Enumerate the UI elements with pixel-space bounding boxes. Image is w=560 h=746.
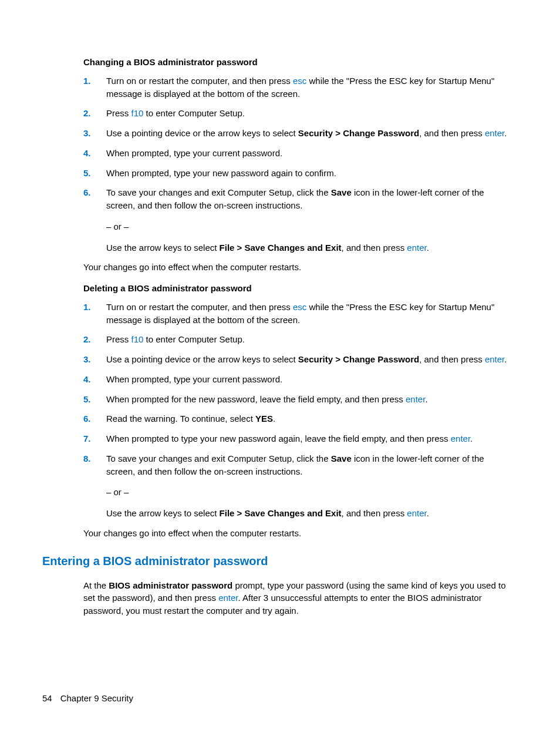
step-item: To save your changes and exit Computer S… [83, 186, 512, 254]
step-item: Turn on or restart the computer, and the… [83, 301, 512, 327]
steps-deleting: Turn on or restart the computer, and the… [83, 301, 512, 520]
step-item: When prompted for the new password, leav… [83, 393, 512, 406]
page-number: 54 [42, 693, 52, 703]
key-enter: enter [485, 128, 504, 138]
key-enter: enter [406, 394, 425, 404]
step-item: Press f10 to enter Computer Setup. [83, 333, 512, 346]
key-enter: enter [218, 593, 238, 603]
alt-instruction: Use the arrow keys to select File > Save… [106, 241, 512, 254]
key-f10: f10 [131, 334, 144, 344]
steps-changing: Turn on or restart the computer, and the… [83, 75, 512, 254]
subheading-changing: Changing a BIOS administrator password [83, 56, 512, 69]
or-separator: – or – [106, 220, 512, 233]
page-footer: 54Chapter 9 Security [42, 692, 133, 705]
page-content: Changing a BIOS administrator password T… [42, 56, 518, 617]
key-enter: enter [451, 434, 470, 443]
entering-paragraph: At the BIOS administrator password promp… [83, 579, 512, 617]
alt-instruction: Use the arrow keys to select File > Save… [106, 507, 512, 520]
step-item: Read the warning. To continue, select YE… [83, 412, 512, 425]
step-item: Use a pointing device or the arrow keys … [83, 127, 512, 140]
key-enter: enter [485, 354, 504, 364]
heading-entering: Entering a BIOS administrator password [42, 553, 512, 570]
after-note: Your changes go into effect when the com… [83, 261, 512, 274]
step-item: Turn on or restart the computer, and the… [83, 75, 512, 100]
or-separator: – or – [106, 486, 512, 499]
subheading-deleting: Deleting a BIOS administrator password [83, 282, 512, 295]
chapter-label: Chapter 9 Security [60, 693, 133, 703]
step-item: When prompted, type your current passwor… [83, 373, 512, 386]
key-enter: enter [407, 243, 426, 253]
step-item: When prompted to type your new password … [83, 432, 512, 445]
key-f10: f10 [131, 108, 144, 118]
step-item: Press f10 to enter Computer Setup. [83, 107, 512, 120]
key-esc: esc [293, 302, 306, 312]
step-item: Use a pointing device or the arrow keys … [83, 353, 512, 366]
step-item: To save your changes and exit Computer S… [83, 452, 512, 520]
step-item: When prompted, type your current passwor… [83, 147, 512, 160]
key-esc: esc [293, 76, 306, 86]
after-note: Your changes go into effect when the com… [83, 527, 512, 540]
key-enter: enter [407, 508, 426, 518]
step-item: When prompted, type your new password ag… [83, 167, 512, 180]
